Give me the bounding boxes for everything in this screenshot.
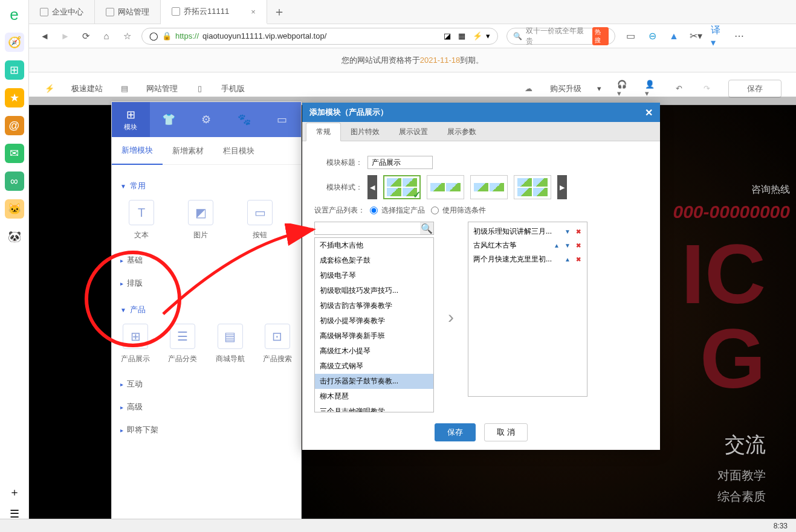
section-interactive[interactable]: ▸互动 [120,373,293,396]
product-list[interactable]: 不插电木吉他成套棕色架子鼓初级电子琴初级歌唱技巧发声技巧...初级古韵古筝弹奏教… [314,237,434,412]
toolbar-item[interactable]: 手机版 [221,83,245,94]
translate-icon[interactable]: 译▾ [711,30,724,43]
back-icon[interactable]: ◄ [39,30,51,42]
section-coming[interactable]: ▸即将下架 [120,418,293,441]
dlgtab-params[interactable]: 展示参数 [438,123,486,141]
move-down-icon[interactable]: ▼ [564,228,571,236]
radio-specify[interactable]: 选择指定产品 [370,205,425,216]
move-up-icon[interactable]: ▲ [553,242,560,249]
product-item[interactable]: 高级钢琴弹奏新手班 [315,328,433,344]
radio-specify-input[interactable] [370,207,378,214]
item-button[interactable]: ▭按钮 [239,200,281,240]
product-item[interactable]: 不插电木吉他 [315,238,433,253]
item-product-search[interactable]: ⊡产品搜索 [262,324,293,364]
style-option-3[interactable] [470,175,508,199]
star-icon[interactable]: ★ [5,88,24,107]
close-icon[interactable]: × [251,7,256,16]
product-item[interactable]: 成套棕色架子鼓 [315,253,433,268]
section-basic[interactable]: ▸基础 [120,249,293,272]
home-icon[interactable]: ⌂ [100,30,112,42]
style-next[interactable]: ▶ [557,175,567,199]
ext-icon[interactable]: ◪ [444,31,451,40]
item-mall-nav[interactable]: ▤商城导航 [215,324,245,364]
block-icon[interactable]: ⊖ [646,30,659,43]
modtab-column[interactable]: 栏目模块 [213,137,264,165]
add-app-icon[interactable]: ＋ [5,482,24,502]
style-prev[interactable]: ◀ [367,175,377,199]
dlgtab-effect[interactable]: 图片特效 [341,123,389,141]
product-item[interactable]: 高级红木小提琴 [315,344,433,359]
product-item[interactable]: 高级立式钢琴 [315,359,433,374]
puzzle-icon[interactable]: ⊞ [5,60,24,80]
remove-icon[interactable]: ✖ [575,256,582,263]
tab-qiaotuoyun[interactable]: 乔拓云11111× [161,0,267,24]
user-icon[interactable]: 👤▾ [645,83,657,95]
modtab-new-material[interactable]: 新增素材 [163,137,213,165]
headset-icon[interactable]: 🎧▾ [617,83,629,95]
modtab-new-module[interactable]: 新增模块 [112,137,163,165]
modtop-2[interactable]: 👕 [150,102,188,137]
radio-filter[interactable]: 使用筛选条件 [431,205,486,216]
new-tab-button[interactable]: ＋ [267,0,291,24]
more-icon[interactable]: ⋯ [733,30,746,43]
move-right-arrow[interactable]: › [442,307,459,327]
flash-icon[interactable]: ⚡ [473,31,482,40]
section-layout[interactable]: ▸排版 [120,272,293,295]
product-item[interactable]: 初级小提琴弹奏教学 [315,313,433,328]
reload-icon[interactable]: ⟳ [80,30,92,42]
radio-filter-input[interactable] [431,207,439,214]
modtop-module[interactable]: ⊞模块 [112,102,150,137]
product-item[interactable]: 初级古韵古筝弹奏教学 [315,298,433,313]
module-title-input[interactable] [367,156,433,169]
remove-icon[interactable]: ✖ [575,242,582,249]
cloud-drive-icon[interactable]: ▲ [667,30,681,43]
compass-icon[interactable]: 🧭 [5,33,24,52]
buy-upgrade[interactable]: 购买升级 [550,83,581,94]
modtop-3[interactable]: ⚙ [187,102,225,137]
style-option-2[interactable] [427,175,464,199]
style-option-1[interactable] [383,175,421,199]
app-icon-1[interactable]: 🐱 [5,199,24,219]
app-icon-2[interactable]: 🐼 [5,227,24,246]
search-box[interactable]: 🔍 双十一价或全年最贵 热搜 [506,28,615,45]
item-product-display[interactable]: ⊞产品展示 [120,324,150,364]
section-common[interactable]: ▼常用 [120,177,293,195]
book-icon[interactable]: ▭ [624,30,637,43]
product-item[interactable]: 初级电子琴 [315,268,433,283]
dialog-cancel-button[interactable]: 取 消 [484,423,528,441]
section-product[interactable]: ▼产品 [120,301,293,319]
toolbar-item[interactable]: 网站管理 [146,83,178,94]
tab-enterprise[interactable]: 企业中心 [29,0,95,24]
qr-icon[interactable]: ▦ [458,31,465,40]
undo-icon[interactable]: ↶ [673,83,685,95]
dropdown-icon[interactable]: ▾ [486,31,490,40]
modtop-5[interactable]: ▭ [263,102,301,137]
move-down-icon[interactable]: ▼ [564,242,571,249]
section-advanced[interactable]: ▸高级 [120,396,293,418]
product-item[interactable]: 初级歌唱技巧发声技巧... [315,283,433,298]
chevron-down-icon[interactable]: ▾ [597,84,601,93]
scissors-icon[interactable]: ✂▾ [689,30,702,43]
toolbar-item[interactable]: 极速建站 [71,83,103,94]
mail-icon[interactable]: ✉ [5,144,24,163]
save-button[interactable]: 保存 [728,80,781,98]
tab-website-mgmt[interactable]: 网站管理 [95,0,161,24]
product-item[interactable]: 三个月吉他弹唱教学 [315,404,433,412]
search-icon[interactable]: 🔍 [420,222,433,234]
dlgtab-general[interactable]: 常规 [306,123,341,141]
style-option-4[interactable] [514,175,551,199]
item-product-category[interactable]: ☰产品分类 [167,324,198,364]
product-item[interactable]: 击打乐器架子鼓节奏教... [315,374,433,389]
item-image[interactable]: ◩图片 [180,200,222,240]
dlgtab-display[interactable]: 展示设置 [389,123,438,141]
move-up-icon[interactable]: ▲ [564,256,571,263]
cloud-icon[interactable]: ∞ [5,171,24,191]
product-item[interactable]: 柳木琵琶 [315,389,433,404]
url-box[interactable]: ◯ 🔒 https://qiaotuoyun11111.vip.webporta… [141,28,498,45]
dialog-save-button[interactable]: 保存 [435,423,476,441]
close-icon[interactable]: ✕ [645,107,653,118]
favorite-icon[interactable]: ☆ [121,30,133,42]
remove-icon[interactable]: ✖ [575,228,582,236]
modtop-4[interactable]: 🐾 [225,102,264,137]
item-text[interactable]: T文本 [120,200,163,240]
